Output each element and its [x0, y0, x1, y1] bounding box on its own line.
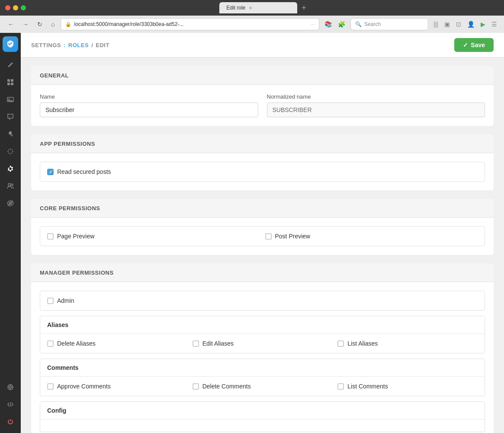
sidebar-item-edit[interactable] [3, 57, 18, 73]
svg-rect-2 [7, 83, 10, 85]
save-button[interactable]: ✓ Save [454, 38, 494, 52]
delete-aliases-checkbox[interactable] [47, 340, 54, 347]
page-header: SETTINGS : ROLES / EDIT ✓ Save [21, 33, 504, 58]
sidebar-item-users[interactable] [3, 178, 18, 194]
sidebar-item-settings[interactable] [3, 161, 18, 176]
sidebar-item-integrations[interactable] [3, 144, 18, 159]
forward-button[interactable]: → [20, 19, 31, 29]
play-icon[interactable]: ▶ [479, 20, 487, 29]
manager-permissions-header: MANAGER PERMISSIONS [31, 263, 494, 282]
app-permissions-section: APP PERMISSIONS Read secured posts [31, 135, 494, 190]
sidebar-item-api[interactable] [3, 397, 18, 412]
comments-permissions-grid: Approve Comments Delete Comments List Co… [47, 383, 478, 390]
tab-close-button[interactable]: ✕ [249, 6, 252, 10]
approve-comments-item: Approve Comments [47, 383, 187, 390]
reader-mode-icon[interactable]: ||| [432, 20, 440, 29]
save-label: Save [471, 42, 485, 48]
post-preview-item: Post Preview [265, 233, 478, 240]
general-section-header: GENERAL [31, 66, 494, 85]
sidebar-item-preview[interactable] [3, 196, 18, 211]
delete-comments-checkbox[interactable] [193, 383, 199, 390]
page-preview-item: Page Preview [47, 233, 260, 240]
list-aliases-checkbox[interactable] [337, 340, 344, 347]
svg-point-7 [11, 184, 13, 186]
sidebar-item-media[interactable] [3, 92, 18, 107]
sidebar [0, 33, 21, 433]
aliases-subsection-header: Aliases [40, 316, 485, 334]
comments-subsection: Comments Approve Comments Del [40, 359, 485, 396]
read-secured-posts-label: Read secured posts [57, 168, 111, 175]
breadcrumb-sep2: / [91, 42, 93, 48]
general-title: GENERAL [40, 72, 69, 79]
admin-label: Admin [57, 297, 74, 304]
config-subsection: Config [40, 401, 485, 432]
list-comments-label: List Comments [347, 383, 388, 390]
normalized-name-input[interactable] [267, 103, 485, 117]
aliases-subsection: Aliases Delete Aliases Edit A [40, 316, 485, 353]
page-preview-checkbox[interactable] [47, 233, 54, 240]
pocket-icon[interactable]: ▣ [443, 20, 452, 29]
list-comments-checkbox[interactable] [337, 383, 344, 390]
edit-aliases-label: Edit Aliases [202, 340, 234, 347]
svg-rect-1 [11, 79, 13, 82]
save-checkmark-icon: ✓ [463, 42, 468, 48]
breadcrumb-edit: EDIT [96, 42, 109, 48]
post-preview-checkbox[interactable] [265, 233, 272, 240]
svg-point-11 [10, 386, 12, 388]
admin-checkbox[interactable] [47, 298, 54, 304]
app-logo[interactable] [3, 36, 18, 52]
profile-icon[interactable]: 👤 [465, 20, 476, 29]
read-secured-posts-checkbox[interactable] [47, 169, 54, 175]
name-input[interactable] [40, 103, 258, 117]
app-permissions-header: APP PERMISSIONS [31, 135, 494, 153]
breadcrumb-settings[interactable]: SETTINGS [31, 42, 61, 48]
core-permissions-grid: Page Preview Post Preview [47, 233, 478, 240]
close-button[interactable] [5, 5, 10, 10]
manager-permissions-section: MANAGER PERMISSIONS Admin Aliases [31, 263, 494, 433]
menu-icon[interactable]: ☰ [490, 20, 499, 29]
sidebar-item-tools[interactable] [3, 126, 18, 142]
synced-tabs-icon[interactable]: ⊡ [454, 20, 463, 29]
back-button[interactable]: ← [5, 19, 16, 29]
core-permissions-section: CORE PERMISSIONS Page Preview [31, 199, 494, 255]
admin-permission-box: Admin [40, 291, 485, 311]
home-button[interactable]: ⌂ [48, 19, 57, 29]
approve-comments-checkbox[interactable] [47, 383, 54, 390]
post-preview-label: Post Preview [275, 233, 311, 240]
sidebar-item-power[interactable] [3, 414, 18, 430]
svg-point-6 [8, 183, 11, 186]
edit-aliases-item: Edit Aliases [193, 340, 333, 347]
bookmarks-icon[interactable]: 📚 [323, 20, 334, 29]
delete-comments-label: Delete Comments [202, 383, 251, 390]
general-section: GENERAL Name Normalized name [31, 66, 494, 126]
breadcrumb-roles[interactable]: ROLES [68, 42, 89, 48]
url-text: localhost:5000/manager/role/3303b0ea-ad5… [74, 21, 308, 27]
sidebar-item-comments[interactable] [3, 109, 18, 125]
list-aliases-label: List Aliases [347, 340, 378, 347]
breadcrumb: SETTINGS : ROLES / EDIT [31, 42, 109, 48]
maximize-button[interactable] [21, 5, 26, 10]
svg-rect-3 [11, 83, 13, 85]
refresh-button[interactable]: ↻ [35, 19, 45, 29]
delete-aliases-label: Delete Aliases [57, 340, 96, 347]
search-bar[interactable]: 🔍 Search [350, 18, 428, 30]
list-aliases-item: List Aliases [337, 340, 478, 347]
extensions-icon[interactable]: 🧩 [336, 20, 347, 29]
active-tab[interactable]: Edit role ✕ [219, 2, 297, 13]
minimize-button[interactable] [13, 5, 18, 10]
name-label: Name [40, 93, 258, 100]
manager-permissions-title: MANAGER PERMISSIONS [40, 269, 114, 276]
delete-aliases-item: Delete Aliases [47, 340, 187, 347]
approve-comments-label: Approve Comments [57, 383, 111, 390]
name-field-group: Name [40, 93, 258, 117]
page-preview-label: Page Preview [57, 233, 94, 240]
edit-aliases-checkbox[interactable] [193, 340, 199, 347]
breadcrumb-sep1: : [64, 42, 66, 48]
sidebar-item-advanced[interactable] [3, 379, 18, 395]
sidebar-item-content[interactable] [3, 74, 18, 90]
url-bar[interactable]: 🔒 localhost:5000/manager/role/3303b0ea-a… [61, 18, 319, 30]
new-tab-button[interactable]: + [299, 3, 309, 13]
comments-subsection-header: Comments [40, 359, 485, 377]
normalized-name-label: Normalized name [267, 93, 485, 100]
list-comments-item: List Comments [337, 383, 478, 390]
